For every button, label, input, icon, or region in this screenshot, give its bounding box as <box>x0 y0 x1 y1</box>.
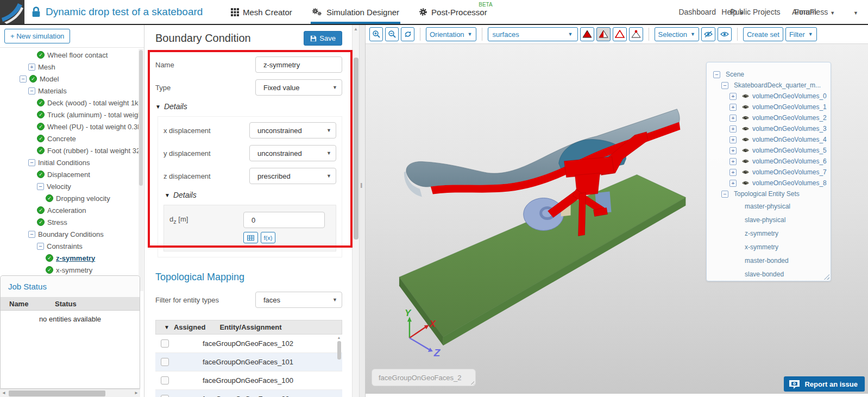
face-group-row[interactable]: faceGroupOnGeoFaces_101 <box>155 353 342 371</box>
scrollbar-thumb[interactable] <box>354 58 358 240</box>
scroll-up-icon[interactable]: ▲ <box>336 336 342 339</box>
panel-scrollbar[interactable]: ▲ <box>352 25 359 397</box>
tree-expander-icon[interactable] <box>37 183 44 190</box>
tree-item[interactable]: ✓ Deck (wood) - total weight 1kg <box>0 97 139 109</box>
new-simulation-button[interactable]: + New simulation <box>4 29 70 43</box>
entity-set-item[interactable]: slave-physical <box>707 213 831 226</box>
orientation-button[interactable]: Orientation▼ <box>426 27 476 41</box>
tree-scrollbar[interactable] <box>139 49 143 291</box>
render-mode-select[interactable]: surfaces▼ <box>488 27 578 41</box>
tree-item[interactable]: ✓ Truck (aluminum) - total weight ... <box>0 109 139 121</box>
entity-set-item[interactable]: master-physical <box>707 199 831 213</box>
tree-expander-icon[interactable]: + <box>729 115 737 122</box>
tree-item[interactable]: ✓ Acceleration <box>0 204 139 216</box>
tree-expander-icon[interactable]: + <box>729 93 737 100</box>
tree-item[interactable]: ✓ Displacement <box>0 168 139 180</box>
tree-item[interactable]: ✓ Model <box>0 73 139 85</box>
save-button[interactable]: Save <box>304 31 342 46</box>
tree-item[interactable]: ✓ z-symmetry <box>0 252 139 264</box>
zoom-in-button[interactable] <box>369 27 383 41</box>
tree-expander-icon[interactable] <box>28 64 35 71</box>
eye-icon[interactable] <box>741 125 750 132</box>
tree-item[interactable]: ✓ Velocity <box>0 180 139 192</box>
selection-button[interactable]: Selection▼ <box>655 27 699 41</box>
user-menu[interactable]: AnnaFless▼ <box>792 8 835 16</box>
inner-details-toggle[interactable]: ▼ Details <box>165 191 342 199</box>
volume-item[interactable]: + volumeOnGeoVolumes_1 <box>707 102 831 112</box>
tree-expander-icon[interactable]: − <box>713 71 720 78</box>
eye-icon[interactable] <box>741 180 750 186</box>
tree-item[interactable]: ✓ Mesh <box>0 61 139 73</box>
show-selected-button[interactable] <box>718 27 732 41</box>
table-input-button[interactable] <box>243 232 258 243</box>
displacement-select[interactable]: unconstrained▼ <box>249 122 336 138</box>
scene-model-item[interactable]: − SkateboardDeck_quarter_m... <box>707 80 831 91</box>
scrollbar-thumb[interactable] <box>9 390 105 396</box>
eye-icon[interactable] <box>741 115 750 121</box>
tree-item[interactable]: ✓ Wheel (PU) - total weight 0.3kg <box>0 121 139 133</box>
face-group-row[interactable]: faceGroupOnGeoFaces_100 <box>155 371 342 390</box>
scene-root-item[interactable]: − Scene <box>707 69 831 80</box>
eye-icon[interactable] <box>741 147 750 154</box>
viewport-canvas[interactable]: Y X Z − Scene − SkateboardDeck_quarter_m… <box>366 43 868 394</box>
entity-set-item[interactable]: slave-bonded <box>707 267 831 281</box>
volume-item[interactable]: + volumeOnGeoVolumes_6 <box>707 156 831 167</box>
dz-input[interactable] <box>243 212 325 228</box>
tree-item[interactable]: ✓ Initial Conditions <box>0 156 139 168</box>
report-issue-button[interactable]: Report an issue <box>784 376 865 392</box>
tree-expander-icon[interactable]: + <box>729 169 737 176</box>
volume-item[interactable]: + volumeOnGeoVolumes_5 <box>707 145 831 156</box>
entity-filter-select[interactable]: faces▼ <box>255 292 342 308</box>
select-edges-button[interactable] <box>613 27 627 41</box>
scrollbar-thumb[interactable] <box>337 341 341 360</box>
volume-item[interactable]: + volumeOnGeoVolumes_3 <box>707 123 831 134</box>
assign-checkbox[interactable] <box>161 395 169 397</box>
eye-icon[interactable] <box>741 93 750 99</box>
displacement-select[interactable]: prescribed▼ <box>249 168 336 184</box>
app-logo[interactable] <box>0 0 24 24</box>
create-set-button[interactable]: Create set <box>743 27 783 41</box>
select-volumes-button[interactable] <box>580 27 594 41</box>
refresh-view-button[interactable] <box>401 27 414 41</box>
tree-expander-icon[interactable]: + <box>729 136 737 143</box>
nav-link[interactable]: Dashboard <box>678 8 716 16</box>
face-group-row[interactable]: faceGroupOnGeoFaces_99 <box>155 390 342 397</box>
tree-item[interactable]: ✓ Concrete <box>0 133 139 144</box>
tree-expander-icon[interactable] <box>37 243 44 250</box>
scroll-up-icon[interactable]: ▲ <box>353 25 359 31</box>
volume-item[interactable]: + volumeOnGeoVolumes_2 <box>707 112 831 123</box>
tree-expander-icon[interactable] <box>28 159 35 166</box>
tab-simulation-designer[interactable]: Simulation Designer <box>312 0 399 24</box>
tree-expander-icon[interactable]: + <box>729 104 737 111</box>
tab-mesh-creator[interactable]: Mesh Creator <box>231 0 292 24</box>
tree-expander-icon[interactable]: + <box>729 147 737 154</box>
tree-expander-icon[interactable]: − <box>721 191 728 198</box>
eye-icon[interactable] <box>741 169 750 175</box>
name-input[interactable] <box>255 56 342 73</box>
volume-item[interactable]: + volumeOnGeoVolumes_8 <box>707 178 831 188</box>
tree-expander-icon[interactable]: − <box>721 82 728 89</box>
volume-item[interactable]: + volumeOnGeoVolumes_4 <box>707 134 831 145</box>
assign-checkbox[interactable] <box>161 339 169 348</box>
tree-expander-icon[interactable]: + <box>729 125 737 133</box>
face-group-row[interactable]: faceGroupOnGeoFaces_102 <box>155 335 342 353</box>
skateboard-deck[interactable] <box>406 109 680 187</box>
entity-set-item[interactable]: master-bonded <box>707 254 831 267</box>
eye-icon[interactable] <box>741 158 750 165</box>
filter-button[interactable]: Filter▼ <box>785 27 817 41</box>
select-nodes-button[interactable] <box>629 27 643 41</box>
entity-set-item[interactable]: z-symmetry <box>707 226 831 240</box>
assign-checkbox[interactable] <box>161 376 169 385</box>
displacement-select[interactable]: unconstrained▼ <box>249 145 336 161</box>
sidebar-horizontal-scrollbar[interactable]: ◄ ► <box>0 389 140 397</box>
tree-item[interactable]: ✓ Foot (rubber) - total weight 32.5k <box>0 144 139 156</box>
assignment-scrollbar[interactable]: ▲ <box>336 336 342 390</box>
tree-item[interactable]: ✓ Dropping velocity <box>0 192 139 204</box>
scroll-left-icon[interactable]: ◄ <box>0 389 8 397</box>
zoom-out-button[interactable] <box>385 27 399 41</box>
more-menu[interactable]: ▼ <box>851 8 858 16</box>
panel-resize-divider[interactable]: ∥ <box>359 25 365 397</box>
tree-expander-icon[interactable] <box>20 75 27 83</box>
tree-expander-icon[interactable]: + <box>729 158 737 165</box>
tree-item[interactable]: ✓ Wheel floor contact <box>0 49 139 61</box>
